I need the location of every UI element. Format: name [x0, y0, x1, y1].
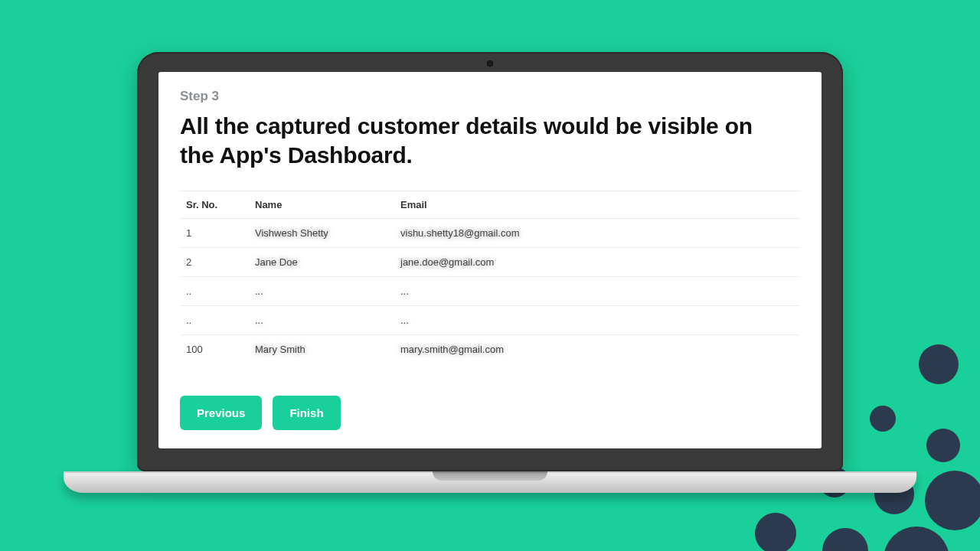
- customers-table: Sr. No. Name Email 1Vishwesh Shettyvishu…: [180, 191, 800, 364]
- table-body: 1Vishwesh Shettyvishu.shetty18@gmail.com…: [180, 219, 800, 364]
- table-row: ........: [180, 306, 800, 335]
- page-title: All the captured customer details would …: [180, 112, 762, 169]
- laptop-base: [64, 471, 916, 493]
- cell-email: mary.smith@gmail.com: [394, 335, 800, 364]
- app-screen: Step 3 All the captured customer details…: [158, 72, 822, 448]
- cell-name: ...: [249, 306, 394, 335]
- laptop-camera: [487, 60, 493, 67]
- cell-sr: 100: [180, 335, 249, 364]
- cell-name: Vishwesh Shetty: [249, 219, 394, 248]
- cell-name: ...: [249, 277, 394, 306]
- laptop-mockup: Step 3 All the captured customer details…: [137, 52, 843, 493]
- cell-sr: ..: [180, 306, 249, 335]
- cell-name: Mary Smith: [249, 335, 394, 364]
- cell-email: ...: [394, 306, 800, 335]
- col-header-email: Email: [394, 191, 800, 219]
- wizard-actions: Previous Finish: [180, 374, 800, 430]
- cell-sr: ..: [180, 277, 249, 306]
- col-header-name: Name: [249, 191, 394, 219]
- table-row: 1Vishwesh Shettyvishu.shetty18@gmail.com: [180, 219, 800, 248]
- cell-name: Jane Doe: [249, 248, 394, 277]
- step-label: Step 3: [180, 89, 800, 104]
- finish-button[interactable]: Finish: [273, 396, 340, 430]
- table-row: ........: [180, 277, 800, 306]
- table-header-row: Sr. No. Name Email: [180, 191, 800, 219]
- table-row: 2Jane Doejane.doe@gmail.com: [180, 248, 800, 277]
- cell-email: vishu.shetty18@gmail.com: [394, 219, 800, 248]
- cell-email: jane.doe@gmail.com: [394, 248, 800, 277]
- cell-sr: 1: [180, 219, 249, 248]
- cell-sr: 2: [180, 248, 249, 277]
- col-header-sr: Sr. No.: [180, 191, 249, 219]
- cell-email: ...: [394, 277, 800, 306]
- laptop-bezel: Step 3 All the captured customer details…: [137, 52, 843, 471]
- table-row: 100Mary Smithmary.smith@gmail.com: [180, 335, 800, 364]
- previous-button[interactable]: Previous: [180, 396, 262, 430]
